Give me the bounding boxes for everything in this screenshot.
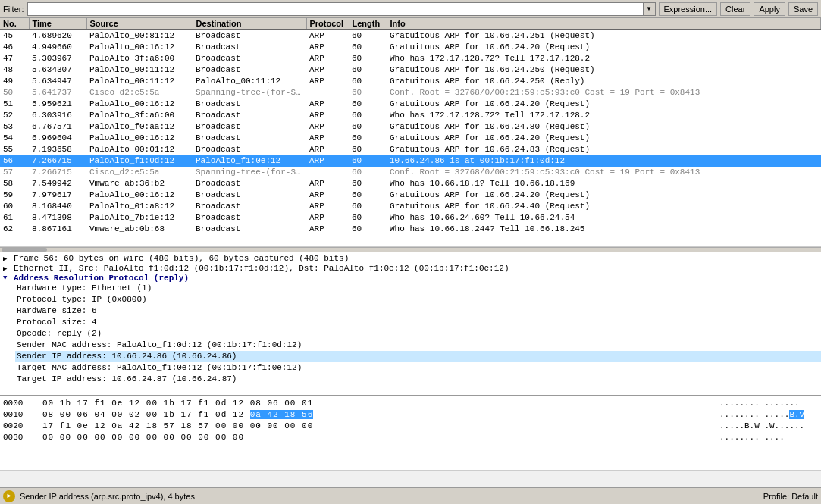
table-row[interactable]: 557.193658PaloAlto_00:01:12BroadcastARP6… [0, 144, 821, 155]
arp-header[interactable]: ▼ Address Resolution Protocol (reply) [0, 274, 821, 283]
clear-button[interactable]: Clear [720, 2, 750, 16]
table-cell: 60 [349, 110, 387, 121]
table-cell: Broadcast [193, 212, 306, 224]
table-row[interactable]: 628.867161Vmware_ab:0b:68BroadcastARP60W… [0, 224, 821, 235]
table-cell: 4.949660 [29, 42, 86, 53]
table-cell: Broadcast [193, 53, 306, 64]
hex-bytes: 17 f1 0e 12 0a 42 18 57 18 57 00 00 00 0… [42, 421, 707, 432]
table-cell: 60 [349, 99, 387, 110]
table-cell: Cisco_d2:e5:5a [86, 87, 193, 99]
hex-area[interactable]: 000000 1b 17 f1 0e 12 00 1b 17 f1 0d 12 … [0, 396, 821, 471]
table-row[interactable]: 618.471398PaloAlto_7b:1e:12BroadcastARP6… [0, 212, 821, 224]
table-row[interactable]: 536.767571PaloAlto_f0:aa:12BroadcastARP6… [0, 121, 821, 133]
table-cell: 7.549942 [29, 178, 86, 189]
table-cell: 60 [349, 133, 387, 144]
table-cell: PaloAlto_00:11:12 [86, 76, 193, 87]
table-cell: 60 [349, 201, 387, 212]
expression-button[interactable]: Expression... [659, 2, 718, 16]
hex-row[interactable]: 003000 00 00 00 00 00 00 00 00 00 00 00.… [3, 432, 818, 443]
table-cell: PaloAlto_00:11:12 [193, 76, 306, 87]
table-cell: Broadcast [193, 121, 306, 133]
table-row[interactable]: 597.979617PaloAlto_00:16:12BroadcastARP6… [0, 189, 821, 201]
apply-button[interactable]: Apply [754, 2, 785, 16]
arp-section: ▼ Address Resolution Protocol (reply) Ha… [0, 274, 821, 385]
table-row[interactable]: 485.634307PaloAlto_00:11:12BroadcastARP6… [0, 64, 821, 76]
table-row[interactable]: 526.303916PaloAlto_3f:a6:00BroadcastARP6… [0, 110, 821, 121]
table-cell: Broadcast [193, 178, 306, 189]
table-row[interactable]: 546.969604PaloAlto_00:16:12BroadcastARP6… [0, 133, 821, 144]
arp-field[interactable]: Target MAC address: PaloAlto_f1:0e:12 (0… [15, 362, 821, 374]
arp-fields: Hardware type: Ethernet (1)Protocol type… [0, 283, 821, 385]
table-cell: Who has 172.17.128.72? Tell 172.17.128.2 [387, 53, 821, 64]
table-cell: 53 [0, 121, 29, 133]
table-cell: PaloAlto_7b:1e:12 [86, 212, 193, 224]
arp-field[interactable]: Hardware type: Ethernet (1) [15, 283, 821, 294]
table-cell: 50 [0, 87, 29, 99]
hex-bytes: 08 00 06 04 00 02 00 1b 17 f1 0d 12 0a 4… [42, 409, 707, 421]
table-row[interactable]: 454.689620PaloAlto_00:81:12BroadcastARP6… [0, 30, 821, 42]
table-cell: Broadcast [193, 144, 306, 155]
save-button[interactable]: Save [788, 2, 818, 16]
frame-expand-icon: ▶ [3, 255, 12, 263]
col-header-time: Time [29, 18, 86, 30]
filter-input[interactable] [27, 2, 644, 16]
table-cell: 60 [349, 189, 387, 201]
table-row[interactable]: 567.266715PaloAlto_f1:0d:12PaloAlto_f1:0… [0, 155, 821, 167]
table-row[interactable]: 495.634947PaloAlto_00:11:12PaloAlto_00:1… [0, 76, 821, 87]
h-scrollbar[interactable] [0, 247, 821, 252]
table-cell: 60 [349, 224, 387, 235]
table-cell: Who has 10.66.18.1? Tell 10.66.18.169 [387, 178, 821, 189]
table-cell: Gratuitous ARP for 10.66.24.250 (Request… [387, 64, 821, 76]
col-header-info: Info [387, 18, 821, 30]
hex-ascii: ........ .....B.V [719, 409, 818, 421]
frame-header[interactable]: ▶ Frame 56: 60 bytes on wire (480 bits),… [0, 254, 821, 263]
table-row[interactable]: 464.949660PaloAlto_00:16:12BroadcastARP6… [0, 42, 821, 53]
table-cell: 60 [349, 53, 387, 64]
arp-field[interactable]: Target IP address: 10.66.24.87 (10.66.24… [15, 374, 821, 385]
ethernet-header[interactable]: ▶ Ethernet II, Src: PaloAlto_f1:0d:12 (0… [0, 264, 821, 273]
arp-field[interactable]: Sender IP address: 10.66.24.86 (10.66.24… [15, 351, 821, 362]
table-cell: 54 [0, 133, 29, 144]
hex-row[interactable]: 002017 f1 0e 12 0a 42 18 57 18 57 00 00 … [3, 421, 818, 432]
table-cell: Spanning-tree-(for-STP [193, 87, 306, 99]
packet-details[interactable]: ▶ Frame 56: 60 bytes on wire (480 bits),… [0, 252, 821, 396]
table-row[interactable]: 608.168440PaloAlto_01:a8:12BroadcastARP6… [0, 201, 821, 212]
arp-field[interactable]: Hardware size: 6 [15, 305, 821, 317]
table-cell: PaloAlto_00:16:12 [86, 42, 193, 53]
hex-row[interactable]: 001008 00 06 04 00 02 00 1b 17 f1 0d 12 … [3, 409, 818, 421]
table-cell: 5.303967 [29, 53, 86, 64]
hex-row[interactable]: 000000 1b 17 f1 0e 12 00 1b 17 f1 0d 12 … [3, 398, 818, 409]
table-row[interactable]: 505.641737Cisco_d2:e5:5aSpanning-tree-(f… [0, 87, 821, 99]
arp-header-text: Address Resolution Protocol (reply) [14, 274, 189, 283]
table-cell: Who has 172.17.128.72? Tell 172.17.128.2 [387, 110, 821, 121]
table-row[interactable]: 475.303967PaloAlto_3f:a6:00BroadcastARP6… [0, 53, 821, 64]
table-cell: 45 [0, 30, 29, 42]
table-cell: 62 [0, 224, 29, 235]
table-row[interactable]: 577.266715Cisco_d2:e5:5aSpanning-tree-(f… [0, 167, 821, 178]
frame-section: ▶ Frame 56: 60 bytes on wire (480 bits),… [0, 254, 821, 263]
col-header-source: Source [86, 18, 193, 30]
table-cell: Broadcast [193, 133, 306, 144]
table-cell: 60 [349, 121, 387, 133]
filter-dropdown-button[interactable]: ▼ [644, 2, 656, 16]
table-cell: Gratuitous ARP for 10.66.24.83 (Request) [387, 144, 821, 155]
table-row[interactable]: 587.549942Vmware_ab:36:b2BroadcastARP60W… [0, 178, 821, 189]
arp-field[interactable]: Protocol size: 4 [15, 317, 821, 328]
table-cell: Broadcast [193, 201, 306, 212]
table-cell: 60 [349, 212, 387, 224]
table-row[interactable]: 515.959621PaloAlto_00:16:12BroadcastARP6… [0, 99, 821, 110]
table-cell: PaloAlto_f1:0e:12 [193, 155, 306, 167]
table-cell: 5.641737 [29, 87, 86, 99]
table-cell: PaloAlto_00:16:12 [86, 99, 193, 110]
arp-field[interactable]: Sender MAC address: PaloAlto_f1:0d:12 (0… [15, 340, 821, 351]
arp-field[interactable]: Protocol type: IP (0x0800) [15, 294, 821, 305]
filter-input-wrapper: ▼ [27, 2, 656, 16]
arp-field[interactable]: Opcode: reply (2) [15, 328, 821, 340]
packet-list[interactable]: No. Time Source Destination Protocol Len… [0, 18, 821, 247]
table-cell: Cisco_d2:e5:5a [86, 167, 193, 178]
table-cell: PaloAlto_00:11:12 [86, 64, 193, 76]
table-cell: ARP [306, 99, 349, 110]
table-cell: Broadcast [193, 64, 306, 76]
ethernet-expand-icon: ▶ [3, 265, 12, 273]
table-cell: 56 [0, 155, 29, 167]
